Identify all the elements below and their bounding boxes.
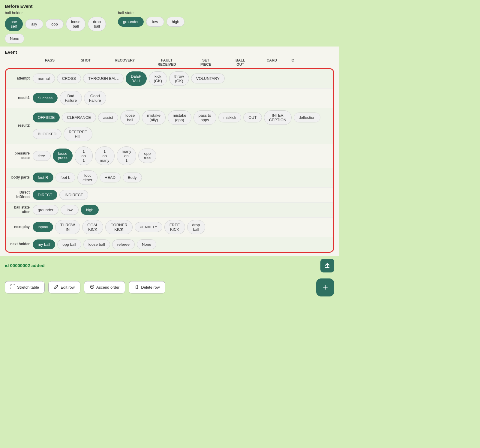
- pill-loose-ball[interactable]: looseball: [66, 17, 86, 31]
- ball-holder-pills: oneself ally opp looseball dropball: [5, 17, 106, 31]
- pill-foot-l[interactable]: foot L: [56, 173, 76, 182]
- label-body-parts: body parts: [9, 175, 33, 180]
- pill-indirect[interactable]: INDIRECT: [59, 190, 88, 200]
- pill-low-after[interactable]: low: [61, 205, 79, 215]
- pill-ally[interactable]: ally: [25, 19, 43, 29]
- row-pressure-state: pressure state free loosepress 1on1 1onm…: [6, 144, 333, 168]
- col-set-piece: SETPIECE: [188, 58, 224, 67]
- pills-pressure-state: free loosepress 1on1 1onmany manyon1 opp…: [33, 146, 330, 165]
- pill-pass-to-opps[interactable]: pass toopps: [194, 110, 216, 125]
- pill-throw-gk[interactable]: throw(GK): [169, 71, 189, 86]
- ball-state-pills: grounder low high: [118, 17, 184, 27]
- pill-voluntary[interactable]: VOLUNTARY: [191, 74, 225, 83]
- pill-mistake-opp[interactable]: mistake(opp): [168, 110, 191, 125]
- pill-high-before[interactable]: high: [166, 17, 184, 27]
- ball-holder-pills-row2: None: [5, 34, 106, 44]
- event-table: attempt normal CROSS THROUGH BALL DEEPBA…: [5, 68, 334, 253]
- pill-opp[interactable]: opp: [46, 19, 64, 29]
- pill-many-on1[interactable]: manyon1: [117, 146, 136, 165]
- scroll-top-button[interactable]: [320, 259, 334, 272]
- pill-free[interactable]: free: [33, 151, 51, 161]
- row-direct-indirect: Direct InDirect DIRECT INDIRECT: [6, 188, 333, 203]
- pill-free-kick[interactable]: FREEKICK: [164, 220, 185, 234]
- pills-ball-state-after: grounder low high: [33, 205, 330, 215]
- pill-none-holder[interactable]: None: [5, 34, 24, 44]
- ball-state-label: ball state: [118, 11, 184, 15]
- pill-foot-r[interactable]: foot R: [33, 173, 53, 182]
- pill-throw-in[interactable]: THROWIN: [55, 220, 80, 234]
- stretch-table-label: Stretch table: [17, 285, 39, 290]
- pill-offside[interactable]: OFFSIDE: [33, 113, 60, 122]
- add-button[interactable]: +: [316, 278, 334, 296]
- label-ball-state-after: ball state after: [9, 205, 33, 215]
- pill-referee[interactable]: referee: [112, 239, 135, 249]
- pill-drop-ball[interactable]: dropball: [88, 17, 106, 31]
- pill-1on1[interactable]: 1on1: [75, 146, 93, 165]
- pill-none-nh[interactable]: None: [137, 239, 156, 249]
- delete-row-label: Delete row: [141, 285, 160, 290]
- edit-row-label: Edit row: [61, 285, 75, 290]
- pill-mistake-ally[interactable]: mistake(ally): [142, 110, 166, 125]
- pill-foot-either[interactable]: footeither: [77, 170, 98, 185]
- pill-interception[interactable]: INTERCEPTION: [264, 110, 292, 125]
- edit-icon: [54, 284, 59, 290]
- pill-cross[interactable]: CROSS: [57, 74, 81, 83]
- pill-blocked[interactable]: BLOCKED: [33, 129, 62, 139]
- pill-miskick[interactable]: miskick: [218, 113, 242, 122]
- pill-referee-hit[interactable]: REFEREEHIT: [64, 127, 92, 141]
- edit-row-button[interactable]: Edit row: [48, 281, 80, 293]
- pill-through-ball[interactable]: THROUGH BALL: [83, 74, 124, 83]
- ascend-icon: [90, 284, 94, 290]
- pill-loose-press[interactable]: loosepress: [53, 149, 73, 163]
- pill-corner-kick[interactable]: CORNERKICK: [105, 220, 132, 234]
- ball-holder-group: ball holder oneself ally opp looseball d…: [5, 11, 106, 44]
- delete-row-button[interactable]: Delete row: [129, 281, 165, 293]
- pill-goal-kick[interactable]: GOALKICK: [82, 220, 103, 234]
- status-text: id 00000002 added: [5, 263, 45, 268]
- ball-state-group: ball state grounder low high: [118, 11, 184, 27]
- pill-deflection[interactable]: deflection: [294, 113, 321, 122]
- pill-kick-gk[interactable]: kick(GK): [149, 71, 167, 86]
- label-next-play: next play: [9, 225, 33, 230]
- row-ball-state-after: ball state after grounder low high: [6, 203, 333, 218]
- pill-bad-failure[interactable]: BadFailure: [60, 91, 82, 105]
- ascend-order-label: Ascend order: [96, 285, 119, 290]
- pills-direct-indirect: DIRECT INDIRECT: [33, 190, 330, 200]
- col-c: C: [287, 58, 299, 67]
- pill-low-before[interactable]: low: [146, 17, 164, 27]
- pill-direct[interactable]: DIRECT: [33, 190, 57, 200]
- pill-opp-free[interactable]: oppfree: [138, 149, 156, 163]
- pill-body[interactable]: Body: [123, 173, 142, 182]
- pill-clearance[interactable]: CLEARANCE: [62, 113, 96, 122]
- event-section: Event PASS SHOT RECOVERY FAULTRECEIVED S…: [0, 47, 339, 256]
- label-attempt: attempt: [9, 76, 33, 81]
- pill-my-ball[interactable]: my ball: [33, 239, 55, 249]
- pill-out[interactable]: OUT: [243, 113, 262, 122]
- pill-loose-ball-nh[interactable]: loose ball: [83, 239, 110, 249]
- pill-good-failure[interactable]: GoodFailure: [84, 91, 106, 105]
- pill-normal[interactable]: normal: [33, 74, 55, 83]
- pill-grounder-after[interactable]: grounder: [33, 205, 58, 215]
- bottom-toolbar: Stretch table Edit row Ascend order: [0, 275, 339, 301]
- pill-high-after[interactable]: high: [81, 205, 99, 215]
- pills-body-parts: foot R foot L footeither HEAD Body: [33, 170, 330, 185]
- pill-1on-many[interactable]: 1onmany: [95, 146, 115, 165]
- pill-success[interactable]: Success: [33, 93, 58, 103]
- row-next-holder: next holder my ball opp ball loose ball …: [6, 237, 333, 252]
- pill-assist[interactable]: assist: [98, 113, 118, 122]
- delete-icon: [134, 284, 139, 290]
- ascend-order-button[interactable]: Ascend order: [84, 281, 125, 293]
- stretch-table-button[interactable]: Stretch table: [5, 281, 45, 293]
- pill-penalty[interactable]: PENALTY: [135, 222, 162, 232]
- pill-opp-ball[interactable]: opp ball: [57, 239, 81, 249]
- pill-head[interactable]: HEAD: [100, 173, 121, 182]
- pills-result1: Success BadFailure GoodFailure: [33, 91, 330, 105]
- col-headers: PASS SHOT RECOVERY FAULTRECEIVED SETPIEC…: [5, 57, 334, 68]
- before-event-section: Before Event ball holder oneself ally op…: [0, 0, 339, 47]
- pill-grounder-before[interactable]: grounder: [118, 17, 144, 27]
- pill-one-self[interactable]: oneself: [5, 17, 23, 31]
- pill-deep-ball[interactable]: DEEPBALL: [126, 71, 146, 86]
- pill-inplay[interactable]: inplay: [33, 222, 53, 232]
- pill-loose-ball-r2[interactable]: looseball: [120, 110, 140, 125]
- pill-drop-ball-next[interactable]: dropball: [187, 220, 205, 234]
